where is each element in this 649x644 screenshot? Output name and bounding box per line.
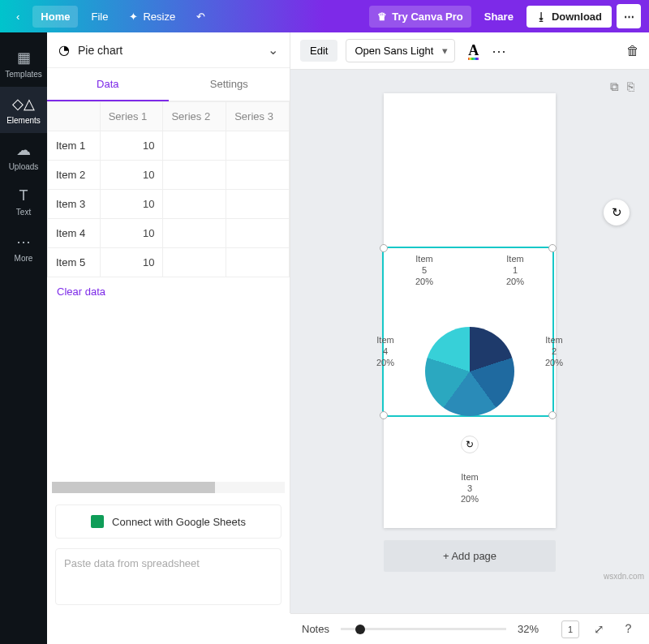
chevron-down-icon: ⌄ bbox=[268, 42, 278, 58]
cell-empty[interactable] bbox=[226, 161, 290, 190]
nav-text[interactable]: TText bbox=[0, 179, 47, 225]
resize-handle-sw[interactable] bbox=[380, 411, 388, 419]
paste-data-input[interactable]: Paste data from spreadsheet bbox=[55, 548, 282, 605]
left-nav: ▦Templates ◇△Elements ☁Uploads TText ⋯Mo… bbox=[0, 32, 47, 644]
nav-more-label: More bbox=[15, 254, 33, 263]
notes-button[interactable]: Notes bbox=[302, 623, 329, 635]
cell-value[interactable]: 10 bbox=[100, 248, 163, 277]
cell-empty[interactable] bbox=[163, 161, 226, 190]
resize-handle-nw[interactable] bbox=[380, 244, 388, 252]
cell-label[interactable]: Item 1 bbox=[48, 131, 101, 161]
pie-label-3: Item320% bbox=[450, 472, 489, 505]
font-select[interactable]: Open Sans Light bbox=[346, 39, 455, 62]
pie-label-1: Item120% bbox=[496, 254, 535, 287]
cell-label[interactable]: Item 2 bbox=[48, 161, 101, 190]
top-bar: ‹ Home File ✦ Resize ↶ ♛ Try Canva Pro S… bbox=[0, 0, 649, 32]
nav-more[interactable]: ⋯More bbox=[0, 225, 47, 271]
horizontal-scrollbar[interactable] bbox=[52, 482, 285, 493]
new-page-icon[interactable]: ⎘ bbox=[627, 79, 634, 94]
cell-value[interactable]: 10 bbox=[100, 190, 163, 219]
col-header-series2[interactable]: Series 2 bbox=[163, 102, 226, 131]
cell-value[interactable]: 10 bbox=[100, 219, 163, 248]
zoom-value[interactable]: 32% bbox=[518, 623, 550, 635]
connect-google-sheets-button[interactable]: Connect with Google Sheets bbox=[55, 504, 282, 539]
cell-empty[interactable] bbox=[226, 131, 290, 161]
cell-empty[interactable] bbox=[163, 190, 226, 219]
watermark: wsxdn.com bbox=[604, 572, 644, 581]
zoom-slider[interactable] bbox=[341, 628, 506, 630]
pie-label-5: Item520% bbox=[405, 254, 444, 287]
more-menu-button[interactable]: ⋯ bbox=[617, 4, 641, 28]
resize-handle-ne[interactable] bbox=[548, 244, 557, 252]
cell-empty[interactable] bbox=[226, 219, 290, 248]
panel-tabs: Data Settings bbox=[47, 68, 290, 101]
tab-settings[interactable]: Settings bbox=[169, 68, 290, 101]
zoom-slider-knob[interactable] bbox=[355, 625, 365, 634]
cell-label[interactable]: Item 4 bbox=[48, 219, 101, 248]
cell-empty[interactable] bbox=[226, 190, 290, 219]
download-label: Download bbox=[552, 11, 602, 23]
try-pro-label: Try Canva Pro bbox=[392, 11, 462, 23]
resize-button[interactable]: ✦ Resize bbox=[121, 6, 183, 28]
nav-uploads[interactable]: ☁Uploads bbox=[0, 133, 47, 179]
side-panel: ◔ Pie chart ⌄ Data Settings Series 1 Ser… bbox=[47, 32, 290, 613]
nav-uploads-label: Uploads bbox=[9, 162, 39, 171]
uploads-icon: ☁ bbox=[16, 141, 31, 159]
table-row: Item 110 bbox=[48, 131, 290, 161]
canvas-area: Edit Open Sans Light A ⋯ 🗑 ⧉ ⎘ Item120% … bbox=[290, 32, 649, 613]
file-menu[interactable]: File bbox=[83, 6, 116, 28]
templates-icon: ▦ bbox=[17, 49, 31, 67]
cell-value[interactable]: 10 bbox=[100, 131, 163, 161]
cell-value[interactable]: 10 bbox=[100, 161, 163, 190]
element-rotate-handle[interactable]: ↻ bbox=[461, 436, 479, 453]
clear-data-button[interactable]: Clear data bbox=[47, 277, 290, 306]
data-table: Series 1 Series 2 Series 3 Item 110 Item… bbox=[47, 101, 290, 277]
share-button[interactable]: Share bbox=[476, 6, 522, 28]
nav-elements[interactable]: ◇△Elements bbox=[0, 87, 47, 133]
col-header-series1[interactable]: Series 1 bbox=[100, 102, 163, 131]
google-sheets-icon bbox=[91, 515, 104, 528]
try-pro-button[interactable]: ♛ Try Canva Pro bbox=[369, 6, 471, 28]
delete-button[interactable]: 🗑 bbox=[626, 44, 639, 58]
col-header-blank[interactable] bbox=[48, 102, 101, 131]
cell-empty[interactable] bbox=[163, 219, 226, 248]
download-button[interactable]: ⭳ Download bbox=[527, 6, 612, 28]
cell-empty[interactable] bbox=[226, 248, 290, 277]
pie-graphic bbox=[425, 327, 514, 416]
tab-data[interactable]: Data bbox=[47, 68, 169, 101]
canvas-page[interactable]: Item120% Item220% Item320% Item420% Item… bbox=[384, 93, 556, 528]
nav-text-label: Text bbox=[16, 208, 31, 217]
col-header-series3[interactable]: Series 3 bbox=[226, 102, 290, 131]
nav-templates-label: Templates bbox=[5, 70, 42, 79]
connect-label: Connect with Google Sheets bbox=[112, 516, 246, 528]
panel-header[interactable]: ◔ Pie chart ⌄ bbox=[47, 32, 290, 68]
pie-chart-icon: ◔ bbox=[58, 42, 70, 58]
resize-label: Resize bbox=[143, 11, 175, 23]
toolbar-more-button[interactable]: ⋯ bbox=[492, 42, 506, 60]
cell-empty[interactable] bbox=[163, 248, 226, 277]
fullscreen-icon[interactable]: ⤢ bbox=[591, 619, 608, 640]
scrollbar-thumb[interactable] bbox=[52, 482, 215, 493]
cell-empty[interactable] bbox=[163, 131, 226, 161]
back-button[interactable]: ‹ bbox=[8, 6, 28, 28]
help-icon[interactable]: ？ bbox=[619, 618, 638, 640]
table-row: Item 410 bbox=[48, 219, 290, 248]
nav-templates[interactable]: ▦Templates bbox=[0, 41, 47, 87]
home-button[interactable]: Home bbox=[32, 6, 78, 28]
table-row: Item 210 bbox=[48, 161, 290, 190]
add-page-button[interactable]: + Add page bbox=[384, 540, 556, 572]
cell-label[interactable]: Item 3 bbox=[48, 190, 101, 219]
cell-label[interactable]: Item 5 bbox=[48, 248, 101, 277]
undo-button[interactable]: ↶ bbox=[188, 6, 213, 28]
panel-title: Pie chart bbox=[78, 44, 260, 57]
table-row: Item 310 bbox=[48, 190, 290, 219]
nav-elements-label: Elements bbox=[6, 116, 41, 125]
pie-label-4: Item420% bbox=[366, 335, 405, 368]
pie-label-2: Item220% bbox=[535, 335, 574, 368]
floating-rotate-button[interactable]: ↻ bbox=[604, 200, 630, 225]
more-icon: ⋯ bbox=[16, 233, 31, 251]
page-number-indicator[interactable]: 1 bbox=[561, 620, 579, 638]
duplicate-page-icon[interactable]: ⧉ bbox=[610, 79, 619, 94]
text-color-button[interactable]: A bbox=[463, 41, 484, 62]
edit-button[interactable]: Edit bbox=[300, 40, 337, 62]
